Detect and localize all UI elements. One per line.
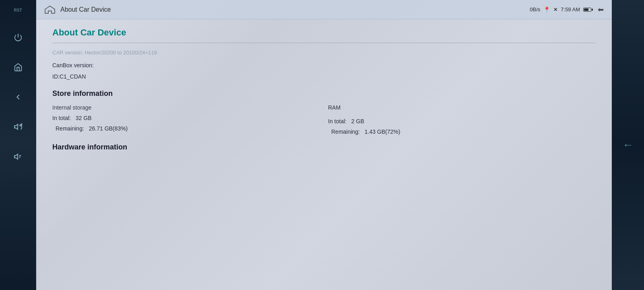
canbox-row: CanBox version: xyxy=(52,62,596,68)
time-display: 7:59 AM xyxy=(561,6,580,12)
location-icon: 📍 xyxy=(543,6,550,13)
page-title: About Car Device xyxy=(52,27,596,38)
internal-storage-remaining: Remaining: 26.71 GB(83%) xyxy=(52,125,320,132)
power-button[interactable] xyxy=(9,29,27,46)
ram-remaining-label: Remaining: xyxy=(331,128,360,135)
ram-column: RAM In total: 2 GB Remaining: 1.43 GB(72… xyxy=(328,104,596,135)
faded-version-row: CAR version: Hector/20200 to 20100/24+11… xyxy=(52,50,596,56)
internal-remaining-label: Remaining: xyxy=(56,125,84,132)
back-arrow-top[interactable]: ⬅ xyxy=(598,5,604,14)
back-button[interactable] xyxy=(9,88,27,106)
id-row: ID:C1_CDAN xyxy=(52,73,596,80)
internal-storage-total: In total: 32 GB xyxy=(52,115,320,121)
top-bar: About Car Device 0B/s 📍 ✕ 7:59 AM ⬅ xyxy=(36,0,612,19)
topbar-home-icon xyxy=(44,5,56,14)
id-value: ID:C1_CDAN xyxy=(52,73,86,80)
internal-remaining-value: 26.71 GB(83%) xyxy=(89,125,128,132)
bluetooth-icon: ✕ xyxy=(553,7,557,12)
internal-total-value: 32 GB xyxy=(76,115,92,121)
ram-total-value: 2 GB xyxy=(351,118,364,124)
svg-marker-0 xyxy=(14,124,17,130)
svg-marker-2 xyxy=(14,154,17,160)
main-content: About Car Device 0B/s 📍 ✕ 7:59 AM ⬅ Abou… xyxy=(36,0,612,290)
hardware-section-title: Hardware information xyxy=(52,143,596,151)
volume-up-button[interactable]: + xyxy=(9,118,27,136)
store-section-title: Store information xyxy=(52,89,596,98)
home-button[interactable] xyxy=(9,58,27,76)
ram-remaining-value: 1.43 GB(72%) xyxy=(365,128,400,135)
volume-down-button[interactable]: - xyxy=(9,148,27,166)
hardware-section: Hardware information xyxy=(52,143,596,151)
canbox-label: CanBox version: xyxy=(52,62,94,68)
ram-remaining: Remaining: 1.43 GB(72%) xyxy=(328,128,596,135)
topbar-title: About Car Device xyxy=(60,6,111,13)
storage-grid: Internal storage In total: 32 GB Remaini… xyxy=(52,104,596,135)
page-content: About Car Device CAR version: Hector/202… xyxy=(36,19,612,290)
ram-label: RAM xyxy=(328,104,596,111)
right-edge: ← xyxy=(612,0,644,290)
ram-total-label: In total: xyxy=(328,118,347,124)
internal-storage-column: Internal storage In total: 32 GB Remaini… xyxy=(52,104,320,135)
internal-total-label: In total: xyxy=(52,115,71,121)
rst-label: RST xyxy=(14,8,22,12)
status-bar: 0B/s 📍 ✕ 7:59 AM ⬅ xyxy=(530,5,604,14)
sidebar: RST + - xyxy=(0,0,36,290)
network-speed: 0B/s xyxy=(530,6,540,12)
title-divider xyxy=(52,43,596,43)
ram-total: In total: 2 GB xyxy=(328,118,596,124)
battery-icon xyxy=(583,8,591,12)
right-edge-arrow[interactable]: ← xyxy=(622,139,634,151)
internal-storage-label: Internal storage xyxy=(52,104,320,111)
